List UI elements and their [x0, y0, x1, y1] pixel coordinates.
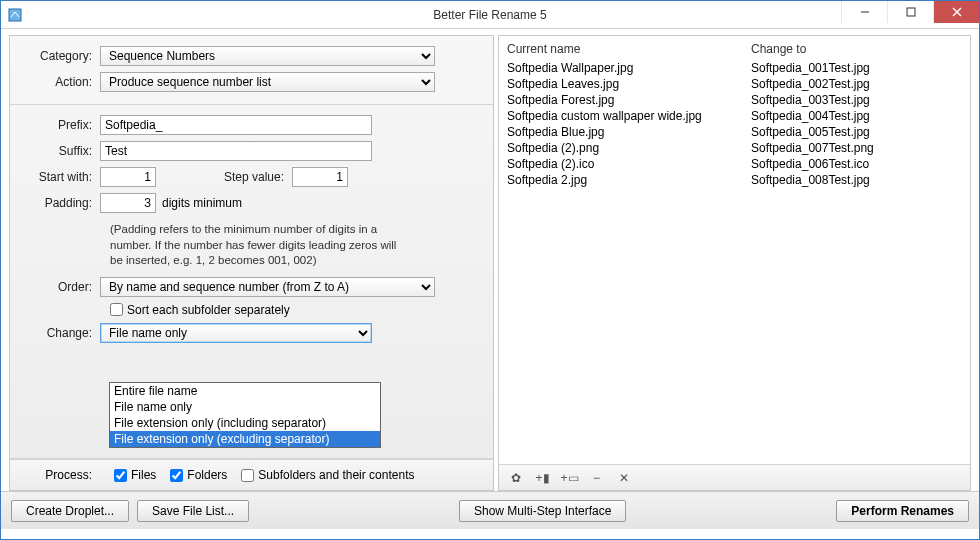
table-row[interactable]: Softpedia (2).icoSoftpedia_006Test.ico: [507, 156, 962, 172]
change-to-cell: Softpedia_004Test.jpg: [751, 108, 962, 124]
column-change-to[interactable]: Change to: [751, 42, 806, 56]
process-subfolders-checkbox[interactable]: [241, 469, 254, 482]
window-title: Better File Rename 5: [1, 8, 979, 22]
process-folders-checkbox[interactable]: [170, 469, 183, 482]
padding-hint: (Padding refers to the minimum number of…: [110, 219, 410, 277]
action-select[interactable]: Produce sequence number list: [100, 72, 435, 92]
table-row[interactable]: Softpedia Forest.jpgSoftpedia_003Test.jp…: [507, 92, 962, 108]
create-droplet-button[interactable]: Create Droplet...: [11, 500, 129, 522]
table-row[interactable]: Softpedia custom wallpaper wide.jpgSoftp…: [507, 108, 962, 124]
current-name-cell: Softpedia custom wallpaper wide.jpg: [507, 108, 751, 124]
change-to-cell: Softpedia_005Test.jpg: [751, 124, 962, 140]
table-row[interactable]: Softpedia Wallpaper.jpgSoftpedia_001Test…: [507, 60, 962, 76]
suffix-input[interactable]: [100, 141, 372, 161]
current-name-cell: Softpedia Wallpaper.jpg: [507, 60, 751, 76]
clear-icon[interactable]: ✕: [617, 471, 630, 484]
step-value-input[interactable]: [292, 167, 348, 187]
change-to-cell: Softpedia_008Test.jpg: [751, 172, 962, 188]
process-files-checkbox[interactable]: [114, 469, 127, 482]
remove-icon[interactable]: −: [590, 471, 603, 484]
current-name-cell: Softpedia Forest.jpg: [507, 92, 751, 108]
save-file-list-button[interactable]: Save File List...: [137, 500, 249, 522]
current-name-cell: Softpedia (2).png: [507, 140, 751, 156]
svg-rect-0: [9, 9, 21, 21]
change-label: Change:: [20, 326, 100, 340]
settings-panel: Category: Sequence Numbers Action: Produ…: [9, 35, 494, 491]
perform-renames-button[interactable]: Perform Renames: [836, 500, 969, 522]
file-list: Current name Change to Softpedia Wallpap…: [498, 35, 971, 491]
change-option[interactable]: Entire file name: [110, 383, 380, 399]
change-option[interactable]: File name only: [110, 399, 380, 415]
add-folder-icon[interactable]: +▭: [563, 471, 576, 484]
maximize-button[interactable]: [887, 1, 933, 23]
prefix-input[interactable]: [100, 115, 372, 135]
prefix-label: Prefix:: [20, 118, 100, 132]
change-to-cell: Softpedia_007Test.png: [751, 140, 962, 156]
app-icon: [7, 7, 23, 23]
step-value-label: Step value:: [216, 170, 292, 184]
digits-minimum-label: digits minimum: [156, 196, 242, 210]
start-with-label: Start with:: [20, 170, 100, 184]
suffix-label: Suffix:: [20, 144, 100, 158]
start-with-input[interactable]: [100, 167, 156, 187]
sort-subfolder-label: Sort each subfolder separately: [123, 303, 290, 317]
category-label: Category:: [20, 49, 100, 63]
change-to-cell: Softpedia_003Test.jpg: [751, 92, 962, 108]
change-to-cell: Softpedia_001Test.jpg: [751, 60, 962, 76]
titlebar: Better File Rename 5: [1, 1, 979, 29]
sort-subfolder-checkbox[interactable]: [110, 303, 123, 316]
category-select[interactable]: Sequence Numbers: [100, 46, 435, 66]
padding-input[interactable]: [100, 193, 156, 213]
change-to-cell: Softpedia_006Test.ico: [751, 156, 962, 172]
current-name-cell: Softpedia Blue.jpg: [507, 124, 751, 140]
process-folders-label: Folders: [187, 468, 227, 482]
current-name-cell: Softpedia Leaves.jpg: [507, 76, 751, 92]
process-files-label: Files: [131, 468, 156, 482]
add-file-icon[interactable]: +▮: [536, 471, 549, 484]
table-row[interactable]: Softpedia (2).pngSoftpedia_007Test.png: [507, 140, 962, 156]
order-label: Order:: [20, 280, 100, 294]
table-row[interactable]: Softpedia Leaves.jpgSoftpedia_002Test.jp…: [507, 76, 962, 92]
minimize-button[interactable]: [841, 1, 887, 23]
file-list-body[interactable]: Softpedia Wallpaper.jpgSoftpedia_001Test…: [499, 60, 970, 464]
change-option[interactable]: File extension only (including separator…: [110, 415, 380, 431]
process-label: Process:: [20, 468, 100, 482]
action-label: Action:: [20, 75, 100, 89]
column-current-name[interactable]: Current name: [507, 42, 751, 56]
order-select[interactable]: By name and sequence number (from Z to A…: [100, 277, 435, 297]
table-row[interactable]: Softpedia Blue.jpgSoftpedia_005Test.jpg: [507, 124, 962, 140]
show-multistep-button[interactable]: Show Multi-Step Interface: [459, 500, 626, 522]
svg-rect-2: [907, 8, 915, 16]
process-subfolders-label: Subfolders and their contents: [258, 468, 414, 482]
change-dropdown-list[interactable]: Entire file nameFile name onlyFile exten…: [109, 382, 381, 448]
current-name-cell: Softpedia (2).ico: [507, 156, 751, 172]
gear-icon[interactable]: ✿: [509, 471, 522, 484]
current-name-cell: Softpedia 2.jpg: [507, 172, 751, 188]
padding-label: Padding:: [20, 196, 100, 210]
change-option[interactable]: File extension only (excluding separator…: [110, 431, 380, 447]
change-to-cell: Softpedia_002Test.jpg: [751, 76, 962, 92]
change-select[interactable]: File name only: [100, 323, 372, 343]
bottom-toolbar: Create Droplet... Save File List... Show…: [1, 491, 979, 529]
table-row[interactable]: Softpedia 2.jpgSoftpedia_008Test.jpg: [507, 172, 962, 188]
close-button[interactable]: [933, 1, 979, 23]
